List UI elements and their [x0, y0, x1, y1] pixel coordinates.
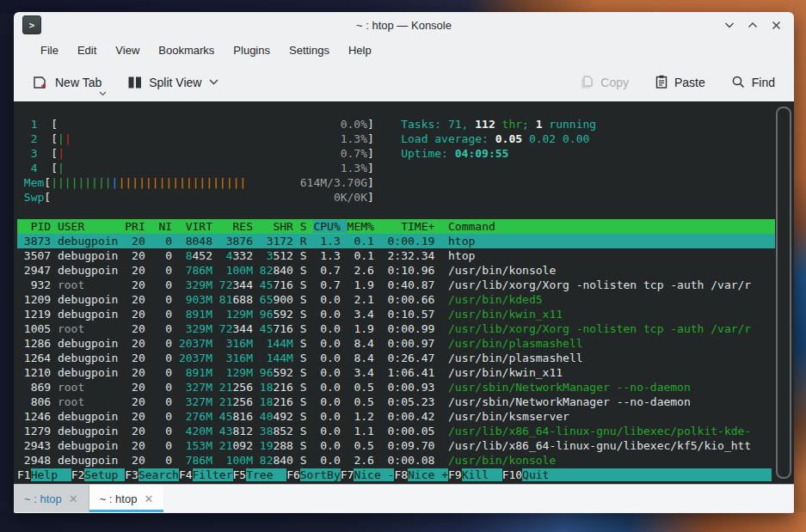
summary-text: Uptime:	[401, 147, 455, 160]
cell-value: 812	[233, 425, 253, 437]
terminal-scrollbar[interactable]	[776, 107, 791, 479]
menu-item-view[interactable]: View	[106, 40, 149, 60]
cell-user: debugpoin	[58, 352, 125, 364]
cell-time: 0:09.70	[381, 439, 441, 452]
summary-text: Load average:	[401, 132, 495, 145]
process-row[interactable]: 1286 debugpoin 20 0 2037M 316M 144M S 0.…	[17, 336, 775, 351]
maximize-icon[interactable]	[745, 17, 760, 33]
terminal-text: ]	[367, 132, 374, 145]
process-row[interactable]: 1219 debugpoin 20 0 891M 129M 96592 S 0.…	[17, 307, 775, 321]
terminal-text	[253, 249, 260, 262]
process-row[interactable]: 806 root 20 0 327M 21256 18216 S 0.0 0.5…	[17, 394, 775, 409]
terminal-text	[212, 410, 219, 423]
cell-ni: 0	[152, 322, 179, 335]
fkey-f6-label[interactable]: SortBy	[300, 468, 341, 481]
fkey-f7-key[interactable]: F7	[341, 468, 354, 481]
process-row[interactable]: 869 root 20 0 327M 21256 18216 S 0.0 0.5…	[17, 380, 775, 394]
process-row[interactable]: 3507 debugpoin 20 0 8452 4332 3512 S 1.3…	[17, 248, 775, 263]
cell-pid: 2948	[17, 454, 58, 467]
terminal-text	[293, 235, 300, 248]
cell-command: /usr/sbin/NetworkManager --no-daemon	[441, 395, 691, 408]
process-row[interactable]: 1210 debugpoin 20 0 891M 129M 96592 S 0.…	[17, 365, 775, 380]
close-icon[interactable]	[768, 17, 784, 33]
fkey-f5-label[interactable]: Tree	[246, 468, 286, 481]
paste-button[interactable]: Paste	[648, 70, 712, 95]
process-row[interactable]: 2947 debugpoin 20 0 786M 100M 82840 S 0.…	[17, 263, 775, 278]
process-row[interactable]: 3873 debugpoin 20 0 8048 3876 3172 R 1.3…	[17, 234, 775, 248]
new-tab-menu-chevron-down-icon[interactable]	[99, 91, 107, 96]
fkey-f1-label[interactable]: Help	[31, 468, 71, 481]
fkey-f4-key[interactable]: F4	[179, 468, 193, 481]
menu-item-bookmarks[interactable]: Bookmarks	[149, 40, 224, 60]
terminal-text	[293, 410, 300, 423]
menu-item-plugins[interactable]: Plugins	[224, 40, 280, 60]
meter-bar: |	[105, 176, 112, 189]
cell-ni: 0	[152, 439, 179, 452]
process-row[interactable]: 1005 root 20 0 329M 72344 45716 S 0.0 1.…	[17, 321, 775, 336]
cell-value: 3	[260, 249, 274, 262]
minimize-icon[interactable]	[722, 17, 737, 33]
menu-item-settings[interactable]: Settings	[280, 40, 339, 60]
fkey-f10-key[interactable]: F10	[502, 468, 522, 481]
terminal-display[interactable]: 1 [ 0.0%] Tasks: 71, 112 thr; 1 running …	[14, 101, 794, 484]
split-view-button[interactable]: Split View	[120, 70, 225, 95]
cell-command: /usr/bin/konsole	[441, 454, 556, 467]
tab-close-icon[interactable]: ✕	[69, 493, 78, 504]
cell-ni: 0	[152, 381, 179, 394]
process-row[interactable]: 1264 debugpoin 20 0 2037M 316M 144M S 0.…	[17, 351, 775, 365]
terminal-text	[253, 235, 260, 248]
titlebar[interactable]: > ~ : htop — Konsole	[14, 12, 794, 38]
meter-bar: |	[132, 176, 138, 189]
cell-value: 276M	[179, 410, 212, 423]
process-row[interactable]: 932 root 20 0 329M 72344 45716 S 0.7 1.9…	[17, 278, 775, 292]
fkey-f9-key[interactable]: F9	[448, 468, 462, 481]
menu-item-file[interactable]: File	[31, 40, 68, 60]
cell-value: 2037M	[179, 337, 212, 350]
tab-close-icon[interactable]: ✕	[144, 493, 153, 504]
menu-item-help[interactable]: Help	[339, 40, 381, 60]
cell-user: debugpoin	[58, 293, 125, 306]
menu-bar: FileEditViewBookmarksPluginsSettingsHelp	[14, 38, 794, 63]
fkey-f8-key[interactable]: F8	[394, 468, 408, 481]
fkey-f8-label[interactable]: Nice +	[408, 468, 448, 481]
fkey-bar-fill	[563, 468, 772, 481]
process-row[interactable]: 1279 debugpoin 20 0 420M 43812 38852 S 0…	[17, 424, 775, 438]
process-row[interactable]: 2948 debugpoin 20 0 786M 100M 82840 S 0.…	[17, 453, 775, 468]
terminal-text	[374, 118, 401, 131]
copy-label: Copy	[600, 76, 629, 89]
fkey-f4-label[interactable]: Filter	[193, 468, 233, 481]
fkey-f1-key[interactable]: F1	[17, 468, 31, 481]
meter-bar: |	[212, 176, 219, 189]
process-row[interactable]: 2943 debugpoin 20 0 153M 21092 19288 S 0…	[17, 438, 775, 453]
fkey-f6-key[interactable]: F6	[286, 468, 300, 481]
fkey-f10-label[interactable]: Quit	[522, 468, 563, 481]
meter-bar: |	[58, 176, 65, 189]
process-row[interactable]: 1209 debugpoin 20 0 903M 81688 65900 S 0…	[17, 292, 775, 307]
cell-mem: 3.4	[348, 308, 381, 321]
cell-state: S	[300, 410, 314, 423]
fkey-f5-key[interactable]: F5	[233, 468, 247, 481]
fkey-f9-label[interactable]: Kill	[462, 468, 502, 481]
fkey-f7-label[interactable]: Nice -	[354, 468, 394, 481]
new-tab-button[interactable]: New Tab	[26, 70, 108, 95]
fkey-f3-label[interactable]: Search	[138, 468, 179, 481]
cell-pri: 20	[125, 249, 151, 262]
meter-bar: |	[84, 176, 91, 189]
terminal-tab-1[interactable]: ~ : htop✕	[14, 485, 89, 512]
terminal-text	[212, 264, 219, 277]
process-table-header[interactable]: PID USER PRI NI VIRT RES SHR S CPU% MEM%…	[17, 219, 775, 234]
fkey-f2-key[interactable]: F2	[71, 468, 85, 481]
process-row[interactable]: 1246 debugpoin 20 0 276M 45816 40492 S 0…	[17, 409, 775, 424]
meter-bar: |	[172, 176, 179, 189]
cell-pid: 1219	[17, 308, 58, 321]
terminal-text: [	[37, 162, 57, 174]
menu-item-edit[interactable]: Edit	[68, 40, 106, 60]
cell-pri: 20	[125, 235, 151, 248]
fkey-f3-key[interactable]: F3	[125, 468, 138, 481]
terminal-tab-2[interactable]: ~ : htop✕	[89, 485, 164, 512]
fkey-f2-label[interactable]: Setup	[84, 468, 125, 481]
find-button[interactable]: Find	[724, 70, 782, 95]
column-header-shr: SHR	[260, 220, 300, 233]
cell-value: 420M	[179, 425, 212, 437]
summary-text: 1	[536, 118, 543, 131]
